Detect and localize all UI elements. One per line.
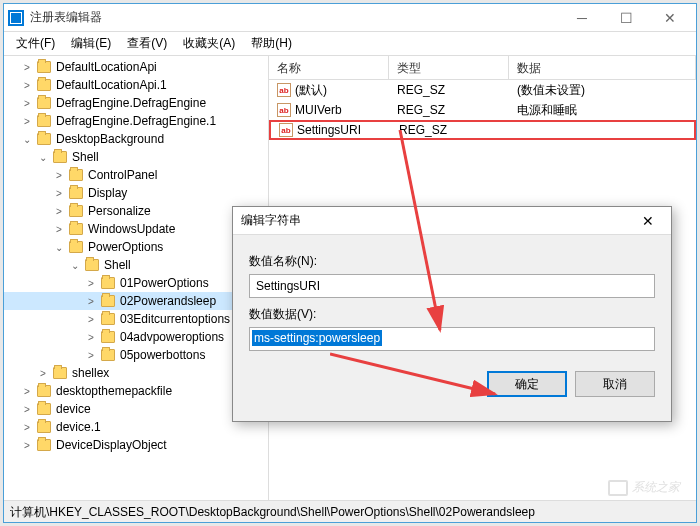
tree-twisty-icon[interactable]: > (84, 314, 98, 325)
tree-twisty-icon[interactable]: > (52, 224, 66, 235)
tree-label[interactable]: Display (86, 186, 129, 200)
tree-label[interactable]: 03Editcurrentoptions (118, 312, 232, 326)
list-row[interactable]: abSettingsURIREG_SZ (269, 120, 696, 140)
tree-twisty-icon[interactable]: > (36, 368, 50, 379)
tree-label[interactable]: DesktopBackground (54, 132, 166, 146)
tree-label[interactable]: Shell (102, 258, 133, 272)
tree-item[interactable]: >Display (4, 184, 268, 202)
folder-icon (69, 241, 83, 253)
tree-label[interactable]: shellex (70, 366, 111, 380)
tree-item[interactable]: >desktopthemepackfile (4, 382, 268, 400)
col-type[interactable]: 类型 (389, 56, 509, 79)
menubar: 文件(F) 编辑(E) 查看(V) 收藏夹(A) 帮助(H) (4, 32, 696, 56)
tree-label[interactable]: PowerOptions (86, 240, 165, 254)
tree-label[interactable]: 02Powerandsleep (118, 294, 218, 308)
tree-twisty-icon[interactable]: > (84, 350, 98, 361)
tree-twisty-icon[interactable]: > (20, 62, 34, 73)
tree-label[interactable]: DefragEngine.DefragEngine.1 (54, 114, 218, 128)
list-row[interactable]: ab(默认)REG_SZ(数值未设置) (269, 80, 696, 100)
tree-twisty-icon[interactable]: > (84, 296, 98, 307)
statusbar: 计算机\HKEY_CLASSES_ROOT\DesktopBackground\… (4, 500, 696, 522)
col-data[interactable]: 数据 (509, 56, 696, 79)
tree-twisty-icon[interactable]: > (84, 332, 98, 343)
tree-twisty-icon[interactable]: ⌄ (20, 134, 34, 145)
tree-item[interactable]: ⌄Shell (4, 256, 268, 274)
tree-twisty-icon[interactable]: ⌄ (52, 242, 66, 253)
tree-twisty-icon[interactable]: > (20, 404, 34, 415)
tree-item[interactable]: >device (4, 400, 268, 418)
tree-item[interactable]: >shellex (4, 364, 268, 382)
tree-label[interactable]: 04advpoweroptions (118, 330, 226, 344)
tree-twisty-icon[interactable]: ⌄ (36, 152, 50, 163)
menu-edit[interactable]: 编辑(E) (63, 33, 119, 54)
col-name[interactable]: 名称 (269, 56, 389, 79)
folder-icon (37, 439, 51, 451)
folder-icon (53, 151, 67, 163)
tree-item[interactable]: >WindowsUpdate (4, 220, 268, 238)
minimize-button[interactable]: ─ (560, 4, 604, 32)
value-name-input[interactable] (249, 274, 655, 298)
tree-item[interactable]: ⌄Shell (4, 148, 268, 166)
tree-twisty-icon[interactable]: > (84, 278, 98, 289)
value-name: (默认) (295, 82, 327, 99)
tree-item[interactable]: >DefaultLocationApi.1 (4, 76, 268, 94)
folder-icon (101, 331, 115, 343)
tree-item[interactable]: >02Powerandsleep (4, 292, 268, 310)
tree-item[interactable]: >03Editcurrentoptions (4, 310, 268, 328)
tree-twisty-icon[interactable]: > (20, 386, 34, 397)
tree-twisty-icon[interactable]: > (52, 170, 66, 181)
tree-item[interactable]: >ControlPanel (4, 166, 268, 184)
tree-label[interactable]: ControlPanel (86, 168, 159, 182)
tree-twisty-icon[interactable]: ⌄ (68, 260, 82, 271)
tree-item[interactable]: >DefragEngine.DefragEngine (4, 94, 268, 112)
dialog-close-button[interactable]: ✕ (633, 213, 663, 229)
tree-label[interactable]: WindowsUpdate (86, 222, 177, 236)
dialog-title: 编辑字符串 (241, 212, 633, 229)
tree-item[interactable]: >01PowerOptions (4, 274, 268, 292)
tree-label[interactable]: DefragEngine.DefragEngine (54, 96, 208, 110)
dialog-titlebar: 编辑字符串 ✕ (233, 207, 671, 235)
tree-label[interactable]: Shell (70, 150, 101, 164)
value-data-label: 数值数据(V): (249, 306, 655, 323)
tree-item[interactable]: >device.1 (4, 418, 268, 436)
tree-item[interactable]: ⌄PowerOptions (4, 238, 268, 256)
tree-label[interactable]: device.1 (54, 420, 103, 434)
dialog-buttons: 确定 取消 (233, 361, 671, 407)
menu-file[interactable]: 文件(F) (8, 33, 63, 54)
tree-twisty-icon[interactable]: > (20, 440, 34, 451)
tree-twisty-icon[interactable]: > (52, 188, 66, 199)
tree-twisty-icon[interactable]: > (20, 80, 34, 91)
list-row[interactable]: abMUIVerbREG_SZ电源和睡眠 (269, 100, 696, 120)
menu-help[interactable]: 帮助(H) (243, 33, 300, 54)
tree-label[interactable]: DeviceDisplayObject (54, 438, 169, 452)
menu-favorites[interactable]: 收藏夹(A) (175, 33, 243, 54)
tree-item[interactable]: >04advpoweroptions (4, 328, 268, 346)
tree-label[interactable]: 05powerbottons (118, 348, 207, 362)
tree-label[interactable]: Personalize (86, 204, 153, 218)
folder-icon (37, 115, 51, 127)
tree-label[interactable]: device (54, 402, 93, 416)
tree-item[interactable]: >DefragEngine.DefragEngine.1 (4, 112, 268, 130)
tree-label[interactable]: 01PowerOptions (118, 276, 211, 290)
tree-twisty-icon[interactable]: > (20, 116, 34, 127)
tree-twisty-icon[interactable]: > (20, 422, 34, 433)
tree-item[interactable]: >DefaultLocationApi (4, 58, 268, 76)
ok-button[interactable]: 确定 (487, 371, 567, 397)
maximize-button[interactable]: ☐ (604, 4, 648, 32)
menu-view[interactable]: 查看(V) (119, 33, 175, 54)
value-data: (数值未设置) (509, 81, 696, 100)
tree-label[interactable]: DefaultLocationApi (54, 60, 159, 74)
cancel-button[interactable]: 取消 (575, 371, 655, 397)
tree-label[interactable]: desktopthemepackfile (54, 384, 174, 398)
tree-twisty-icon[interactable]: > (52, 206, 66, 217)
folder-icon (69, 187, 83, 199)
tree-item[interactable]: ⌄DesktopBackground (4, 130, 268, 148)
tree-item[interactable]: >05powerbottons (4, 346, 268, 364)
list-body: ab(默认)REG_SZ(数值未设置)abMUIVerbREG_SZ电源和睡眠a… (269, 80, 696, 140)
tree-label[interactable]: DefaultLocationApi.1 (54, 78, 169, 92)
tree-item[interactable]: >Personalize (4, 202, 268, 220)
tree-twisty-icon[interactable]: > (20, 98, 34, 109)
tree-item[interactable]: >DeviceDisplayObject (4, 436, 268, 454)
tree-panel[interactable]: >DefaultLocationApi>DefaultLocationApi.1… (4, 56, 269, 500)
close-button[interactable]: ✕ (648, 4, 692, 32)
